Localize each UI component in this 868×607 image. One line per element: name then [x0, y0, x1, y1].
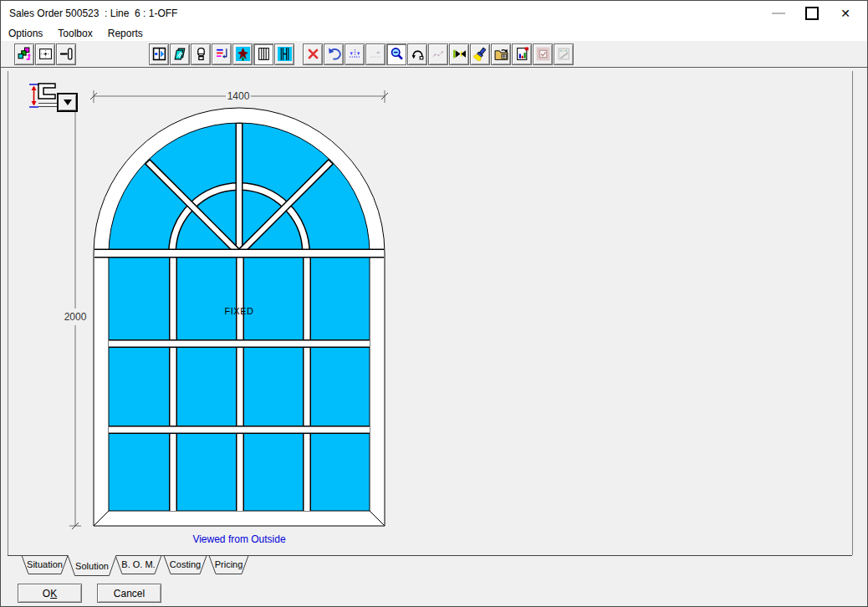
width-dimension-value: 1400	[227, 90, 250, 102]
svg-text:Solution: Solution	[75, 561, 109, 571]
tab-situation[interactable]: Situation	[22, 556, 68, 574]
toolbar-gap	[295, 54, 303, 54]
close-button[interactable]: ✕	[829, 1, 862, 26]
zoom-icon	[390, 47, 404, 61]
annotate-button[interactable]	[428, 43, 448, 65]
height-dimension: 2000	[64, 112, 87, 529]
red-check-icon	[536, 47, 550, 61]
undo-icon	[327, 47, 341, 61]
app-window: Sales Order 500523 : Line 6 : 1-OFF ✕ Op…	[0, 0, 868, 607]
delete-button[interactable]	[303, 43, 323, 65]
transom-icon	[278, 47, 292, 61]
cancel-button[interactable]: Cancel	[97, 584, 161, 603]
torch-icon	[473, 47, 488, 61]
svg-text:Costing: Costing	[170, 559, 201, 569]
specification-list-icon	[215, 47, 229, 61]
add-dimension-icon	[348, 47, 362, 61]
transom-button[interactable]	[274, 43, 294, 65]
window-controls: ✕	[762, 1, 862, 26]
ok-button[interactable]: OK	[18, 584, 82, 603]
viewed-from-caption: Viewed from Outside	[192, 533, 285, 545]
frame-section-icon	[59, 47, 74, 61]
maximize-icon	[805, 7, 819, 20]
width-dimension: 1400	[90, 90, 388, 103]
tab-costing[interactable]: Costing	[164, 556, 207, 574]
flip-button[interactable]	[407, 43, 427, 65]
window-design-canvas[interactable]: 1400 2000	[8, 71, 852, 555]
maximize-button[interactable]	[795, 1, 829, 26]
profile-dropdown-button[interactable]	[57, 93, 78, 112]
specification-list-button[interactable]	[212, 43, 232, 65]
glazing-button[interactable]	[170, 43, 190, 65]
design-panel: 1400 2000	[8, 71, 853, 555]
delete-icon	[306, 47, 320, 61]
menu-options[interactable]: Options	[1, 27, 50, 40]
red-check-button[interactable]	[533, 43, 553, 65]
report-chart-button[interactable]	[512, 43, 532, 65]
toolbar-gap	[77, 54, 149, 54]
chevron-down-icon	[64, 99, 72, 105]
annotate-icon	[431, 47, 446, 61]
vent-icon	[236, 47, 250, 61]
window-title: Sales Order 500523 : Line 6 : 1-OFF	[9, 8, 177, 19]
frame-design-button[interactable]	[149, 43, 169, 65]
svg-text:Pricing: Pricing	[215, 559, 243, 569]
frame-design-icon	[152, 47, 166, 61]
minimize-icon	[772, 13, 785, 14]
menu-reports[interactable]: Reports	[100, 27, 151, 40]
notes-button[interactable]	[554, 43, 574, 65]
flip-icon	[411, 47, 425, 61]
height-dimension-value: 2000	[64, 311, 87, 323]
menubar: Options Toolbox Reports	[1, 26, 867, 41]
export-order-button[interactable]	[491, 43, 511, 65]
zoom-button[interactable]	[386, 43, 406, 65]
tab-solution-active[interactable]: Solution	[68, 555, 116, 576]
pane-label: FIXED	[225, 306, 254, 316]
swap-icon	[452, 47, 467, 61]
swap-button[interactable]	[449, 43, 469, 65]
tabstrip: Situation B. O. M. Costing Pricing Solut…	[8, 555, 852, 578]
svg-text:Situation: Situation	[27, 559, 63, 569]
report-chart-icon	[515, 47, 529, 61]
menu-toolbox[interactable]: Toolbox	[50, 27, 100, 40]
export-order-icon	[494, 47, 508, 61]
hardware-icon	[194, 47, 208, 61]
glazing-icon	[173, 47, 187, 61]
copy-profiles-button[interactable]	[14, 43, 34, 65]
torch-button[interactable]	[470, 43, 490, 65]
tab-bom[interactable]: B. O. M.	[115, 556, 161, 574]
hardware-button[interactable]	[191, 43, 211, 65]
minimize-button[interactable]	[762, 1, 795, 26]
mullion-icon	[257, 47, 271, 61]
close-icon: ✕	[840, 7, 850, 20]
undo-button[interactable]	[324, 43, 344, 65]
window-drawing[interactable]: FIXED	[94, 108, 385, 526]
copy-profiles-icon	[18, 47, 32, 61]
fit-extents-button[interactable]	[35, 43, 55, 65]
svg-text:B. O. M.: B. O. M.	[121, 559, 155, 569]
titlebar: Sales Order 500523 : Line 6 : 1-OFF ✕	[1, 1, 867, 26]
toolbar	[1, 41, 867, 68]
tab-pricing[interactable]: Pricing	[209, 556, 248, 574]
mullion-button[interactable]	[253, 43, 273, 65]
fit-extents-icon	[38, 47, 53, 61]
notes-icon	[557, 47, 571, 61]
frame-section-button[interactable]	[56, 43, 76, 65]
remove-dimension-icon	[369, 47, 383, 61]
add-dimension-button[interactable]	[345, 43, 365, 65]
vent-button[interactable]	[232, 43, 253, 65]
remove-dimension-button[interactable]	[365, 43, 385, 65]
